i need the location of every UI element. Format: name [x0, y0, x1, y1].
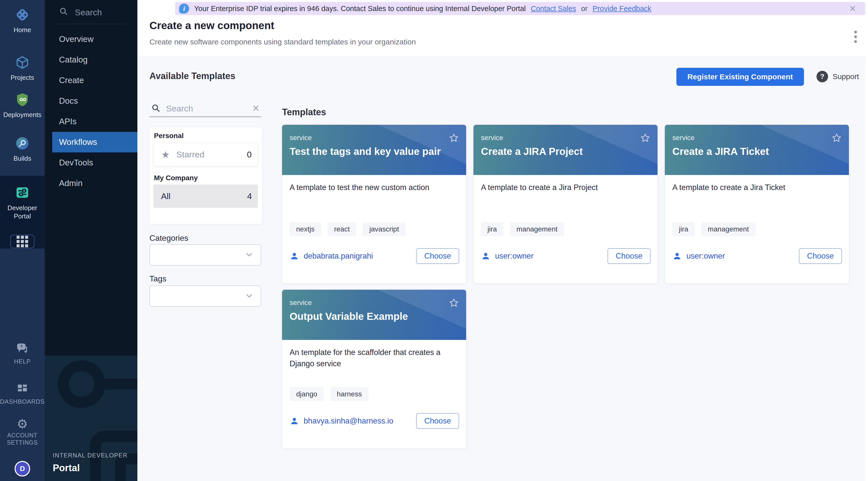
sidebar-item-workflows[interactable]: Workflows: [52, 132, 137, 152]
provide-feedback-link[interactable]: Provide Feedback: [593, 4, 651, 13]
divider: [56, 24, 126, 24]
clear-search-icon[interactable]: ✕: [252, 103, 260, 114]
support-button[interactable]: ? Support: [816, 71, 859, 82]
chevron-down-icon: [245, 291, 254, 301]
dashboards-button[interactable]: DASHBOARDS: [0, 383, 45, 405]
user-avatar[interactable]: D: [14, 461, 30, 477]
tag-chip: javascript: [363, 222, 405, 236]
owner-link[interactable]: debabrata.panigrahi: [289, 251, 416, 261]
contact-sales-link[interactable]: Contact Sales: [531, 4, 576, 13]
star-toggle-icon[interactable]: [640, 132, 651, 145]
sidebar-item-devtools[interactable]: DevTools: [45, 152, 137, 173]
card-type-label: service: [672, 134, 841, 142]
help-button[interactable]: ? HELP: [0, 342, 45, 365]
sidebar-item-label: Projects: [0, 74, 45, 82]
owner-link[interactable]: bhavya.sinha@harness.io: [289, 416, 416, 426]
avatar-initial: D: [20, 465, 25, 473]
star-toggle-icon[interactable]: [448, 297, 460, 310]
sidebar-item-create[interactable]: Create: [45, 70, 137, 91]
card-tags: nextjs react javascript: [289, 222, 406, 236]
categories-label: Categories: [149, 233, 188, 243]
search-icon: [59, 6, 68, 18]
sidebar-item-deployments[interactable]: Deployments: [0, 92, 45, 119]
tag-chip: harness: [330, 387, 368, 401]
developer-portal-icon: [14, 185, 30, 201]
person-icon: [289, 251, 299, 261]
grid-icon: [17, 236, 28, 247]
card-title: Output Variable Example: [289, 311, 459, 322]
personal-section-label: Personal: [154, 132, 184, 140]
tags-select[interactable]: [149, 285, 261, 307]
sidebar-item-developer-portal[interactable]: Developer Portal: [0, 185, 45, 220]
card-description: A template to test the new custom action: [289, 182, 459, 193]
idp-sidebar: Search Overview Catalog Create Docs APIs…: [45, 0, 137, 481]
sidebar-item-overview[interactable]: Overview: [45, 29, 137, 50]
tag-chip: management: [510, 222, 564, 236]
banner-or-text: or: [581, 4, 588, 13]
search-icon: [151, 103, 160, 114]
star-toggle-icon[interactable]: [831, 132, 842, 145]
owner-link[interactable]: user:owner: [481, 251, 608, 261]
sidebar-item-catalog[interactable]: Catalog: [45, 50, 137, 70]
brand-title: Portal: [53, 463, 80, 474]
choose-button[interactable]: Choose: [416, 248, 459, 264]
choose-button[interactable]: Choose: [416, 413, 459, 429]
template-card-grid: service Test the tags and key value pair…: [282, 125, 857, 448]
sidebar-nav: Overview Catalog Create Docs APIs Workfl…: [45, 29, 137, 194]
owner-name: bhavya.sinha@harness.io: [304, 416, 393, 425]
question-icon: ?: [816, 71, 828, 82]
star-icon: ★: [161, 149, 170, 160]
owner-link[interactable]: user:owner: [672, 251, 799, 261]
account-settings-button[interactable]: ⚙ ACCOUNT SETTINGS: [0, 418, 45, 446]
content-area: Available Templates Register Existing Co…: [137, 58, 868, 481]
banner-close-icon[interactable]: ✕: [849, 3, 857, 13]
card-type-label: service: [289, 299, 459, 307]
star-toggle-icon[interactable]: [448, 132, 460, 145]
sidebar-item-admin[interactable]: Admin: [45, 173, 137, 194]
template-card: service Test the tags and key value pair…: [282, 125, 466, 283]
starred-filter-item[interactable]: ★ Starred 0: [153, 143, 258, 166]
my-company-section-label: My Company: [154, 174, 198, 182]
chevron-down-icon: [245, 250, 254, 260]
template-search-input[interactable]: [166, 104, 247, 114]
tag-chip: django: [289, 387, 324, 401]
card-type-label: service: [481, 134, 650, 142]
all-count: 4: [247, 191, 252, 201]
card-description: A template to create a Jira Ticket: [672, 182, 841, 193]
help-label: HELP: [0, 358, 45, 365]
owner-name: debabrata.panigrahi: [304, 252, 373, 261]
categories-select[interactable]: [149, 244, 261, 266]
register-existing-component-button[interactable]: Register Existing Component: [676, 68, 804, 86]
sidebar-item-label: Developer Portal: [6, 204, 39, 220]
dashboards-label: DASHBOARDS: [0, 398, 45, 405]
card-footer: bhavya.sinha@harness.io Choose: [289, 413, 459, 429]
module-switcher-button[interactable]: [10, 235, 34, 248]
sidebar-item-home[interactable]: Home: [0, 7, 45, 34]
sidebar-item-builds[interactable]: Builds: [0, 135, 45, 162]
choose-button[interactable]: Choose: [799, 248, 842, 264]
choose-button[interactable]: Choose: [608, 248, 651, 264]
support-label: Support: [833, 72, 859, 81]
filter-panel: Personal ★ Starred 0 My Company All 4: [149, 127, 262, 224]
sidebar-item-projects[interactable]: Projects: [0, 55, 45, 82]
owner-name: user:owner: [686, 252, 725, 261]
tags-label: Tags: [149, 274, 166, 283]
person-icon: [672, 251, 682, 261]
sidebar-item-docs[interactable]: Docs: [45, 91, 137, 111]
card-title: Test the tags and key value pair: [289, 146, 459, 157]
template-search-box: ✕: [149, 100, 261, 117]
module-rail: Home Projects Deployments Builds Develop: [0, 0, 45, 481]
scrollbar-gutter[interactable]: [866, 0, 868, 481]
trial-banner-text: Your Enterprise IDP trial expires in 946…: [194, 4, 526, 13]
kebab-menu-icon[interactable]: [853, 29, 859, 44]
card-header: service Create a JIRA Ticket: [665, 125, 849, 175]
card-tags: jira management: [481, 222, 564, 236]
all-filter-item[interactable]: All 4: [153, 185, 258, 208]
sidebar-item-label: Builds: [0, 155, 45, 162]
card-title: Create a JIRA Ticket: [672, 146, 841, 157]
sidebar-item-apis[interactable]: APIs: [45, 111, 137, 132]
sidebar-search[interactable]: Search: [59, 6, 102, 18]
page-title: Create a new component: [149, 20, 274, 32]
card-footer: user:owner Choose: [672, 248, 842, 264]
card-header: service Test the tags and key value pair: [282, 125, 466, 175]
